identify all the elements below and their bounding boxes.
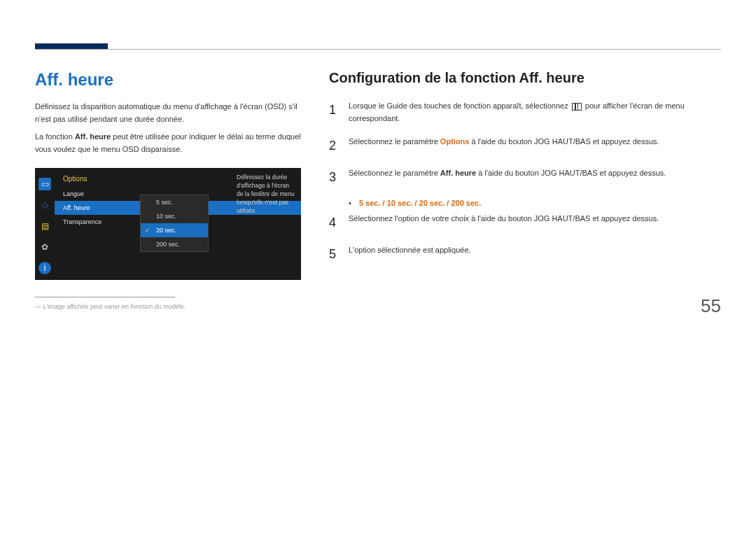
monitor-icon: ▭ bbox=[38, 178, 51, 190]
step3-a: Sélectionnez le paramètre bbox=[349, 169, 440, 177]
osd-preview: ▭ ◇ ▤ ✿ i Options Langue Aff. heure Tran… bbox=[35, 168, 301, 280]
step3-bold: Aff. heure bbox=[440, 169, 476, 177]
picture-icon: ◇ bbox=[38, 199, 51, 211]
step4-text: Sélectionnez l'option de votre choix à l… bbox=[349, 213, 659, 233]
step-5: 5 L'option sélectionnée est appliquée. bbox=[329, 244, 721, 265]
left-para-2-bold: Aff. heure bbox=[75, 132, 111, 141]
footnote: ― L'image affichée peut varier en foncti… bbox=[35, 303, 301, 310]
left-para-1: Définissez la disparition automatique du… bbox=[35, 101, 301, 125]
options-icon: ▤ bbox=[38, 220, 51, 232]
step1-a: Lorsque le Guide des touches de fonction… bbox=[349, 101, 570, 110]
step2-a: Sélectionnez le paramètre bbox=[349, 137, 440, 146]
step3-b: à l'aide du bouton JOG HAUT/BAS et appuy… bbox=[476, 169, 666, 177]
step-num-4: 4 bbox=[329, 213, 339, 233]
options-values: 5 sec. / 10 sec. / 20 sec. / 200 sec. bbox=[359, 199, 481, 207]
header-rule bbox=[35, 49, 721, 50]
info-icon: i bbox=[38, 262, 51, 274]
left-para-2a: La fonction bbox=[35, 132, 75, 141]
step2-b: à l'aide du bouton JOG HAUT/BAS et appuy… bbox=[469, 137, 659, 146]
step-3: 3 Sélectionnez le paramètre Aff. heure à… bbox=[329, 167, 721, 188]
step-2: 2 Sélectionnez le paramètre Options à l'… bbox=[329, 136, 721, 156]
step-1: 1 Lorsque le Guide des touches de foncti… bbox=[329, 100, 721, 125]
osd-submenu: 5 sec. 10 sec. 20 sec. 200 sec. bbox=[140, 195, 209, 252]
osd-icon-bar: ▭ ◇ ▤ ✿ i bbox=[35, 168, 55, 280]
step-num-3: 3 bbox=[329, 167, 339, 188]
options-bullet: 5 sec. / 10 sec. / 20 sec. / 200 sec. bbox=[349, 199, 721, 207]
step-num-5: 5 bbox=[329, 244, 339, 265]
footnote-rule bbox=[35, 297, 175, 297]
right-heading: Configuration de la fonction Aff. heure bbox=[329, 70, 721, 86]
settings-icon: ✿ bbox=[38, 241, 51, 253]
step5-text: L'option sélectionnée est appliquée. bbox=[349, 244, 471, 265]
osd-sub-5sec[interactable]: 5 sec. bbox=[141, 195, 208, 209]
menu-icon bbox=[572, 103, 582, 111]
osd-sub-10sec[interactable]: 10 sec. bbox=[141, 209, 208, 223]
left-para-2: La fonction Aff. heure peut être utilisé… bbox=[35, 131, 301, 155]
step-num-2: 2 bbox=[329, 136, 339, 156]
step-4: 4 Sélectionnez l'option de votre choix à… bbox=[329, 213, 721, 233]
osd-sub-20sec[interactable]: 20 sec. bbox=[141, 223, 208, 237]
step-num-1: 1 bbox=[329, 100, 339, 125]
header-accent bbox=[35, 43, 108, 49]
osd-description: Définissez la durée d'affichage à l'écra… bbox=[237, 174, 297, 215]
left-heading: Aff. heure bbox=[35, 70, 301, 90]
osd-sub-200sec[interactable]: 200 sec. bbox=[141, 237, 208, 251]
page-number: 55 bbox=[701, 295, 721, 317]
step2-bold: Options bbox=[440, 137, 470, 146]
